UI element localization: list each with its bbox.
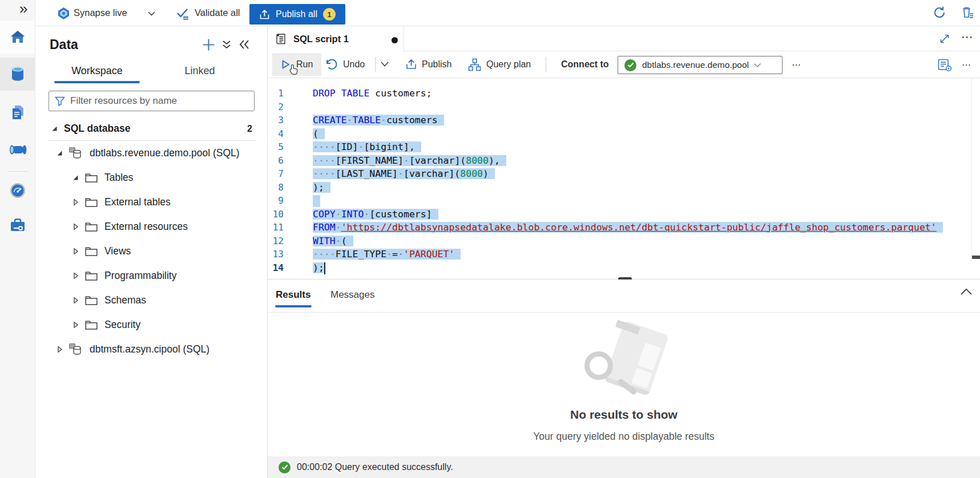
code-text: COPY·INTO·[customers] — [313, 208, 438, 221]
code-line[interactable]: 9 — [268, 194, 971, 208]
sql-editor[interactable]: 1DROP TABLE customers;23CREATE·TABLE·cus… — [268, 78, 980, 279]
folder-icon — [85, 271, 98, 281]
code-line[interactable]: 6····[FIRST_NAME]·[varchar](8000), — [268, 154, 971, 168]
filter-placeholder: Filter resources by name — [70, 95, 177, 107]
query-plan-icon — [468, 58, 481, 71]
code-line[interactable]: 1DROP TABLE customers; — [268, 87, 971, 100]
refresh-icon[interactable] — [933, 6, 946, 19]
doc-tab-title: SQL script 1 — [293, 34, 349, 44]
code-line[interactable]: 7····[LAST_NAME]·[varchar](8000) — [268, 167, 971, 181]
nav-data[interactable] — [0, 58, 35, 91]
manage-icon — [9, 217, 26, 233]
sql-pool-icon — [69, 147, 83, 160]
monitor-icon — [9, 182, 26, 199]
tree-collapsed-arrow-icon[interactable] — [72, 199, 79, 206]
chevron-down-icon[interactable] — [147, 11, 156, 17]
tree-item[interactable]: Tables — [35, 165, 267, 190]
data-explorer-panel: Data Workspace Linked Filter resources b… — [35, 26, 268, 478]
folder-icon — [85, 197, 98, 208]
code-text: ( — [313, 127, 325, 141]
code-line[interactable]: 12WITH·( — [268, 234, 971, 248]
tree-item[interactable]: External tables — [35, 190, 267, 214]
tree-item[interactable]: SQL database2 — [35, 116, 267, 141]
run-options-chevron-icon[interactable] — [380, 61, 389, 67]
collapse-panel-icon[interactable] — [239, 39, 250, 50]
tab-messages[interactable]: Messages — [330, 279, 374, 310]
tree-item[interactable]: Schemas — [35, 288, 267, 313]
validate-all-button[interactable]: Validate all — [195, 0, 240, 26]
folder-icon — [85, 320, 98, 330]
code-line[interactable]: 5····[ID]·[bigint], — [268, 140, 971, 154]
publish-all-button[interactable]: Publish all 1 — [249, 4, 345, 25]
nav-home[interactable] — [0, 21, 35, 54]
toolbar-far-more-actions[interactable]: ⋯ — [962, 51, 971, 78]
tree-collapsed-arrow-icon[interactable] — [72, 223, 79, 230]
publish-icon — [405, 58, 417, 70]
tab-workspace[interactable]: Workspace — [54, 65, 140, 77]
mouse-cursor — [289, 64, 299, 76]
trash-icon[interactable] — [961, 6, 975, 19]
code-line[interactable]: 14); — [268, 261, 971, 275]
code-text: FROM·'https://dbtlabsynapsedatalake.blob… — [313, 221, 943, 234]
tree-item-label: Security — [104, 319, 140, 331]
tree-item-label: dbtlabs.revenue.demo.pool (SQL) — [90, 147, 240, 159]
tree-expanded-arrow-icon[interactable] — [72, 174, 79, 181]
line-number: 4 — [268, 128, 284, 139]
results-settings-icon[interactable] — [938, 59, 952, 72]
run-button[interactable]: Run — [296, 51, 313, 78]
pool-select[interactable]: dbtlabs.revenue.demo.pool — [618, 56, 783, 74]
synapse-logo-icon — [57, 7, 70, 20]
filter-input[interactable]: Filter resources by name — [49, 91, 255, 111]
code-text: ); — [313, 261, 325, 275]
code-line[interactable]: 3CREATE·TABLE·customers — [268, 114, 971, 127]
expand-rail-icon[interactable]: » — [19, 0, 27, 18]
code-line[interactable]: 8); — [268, 181, 971, 195]
line-number: 1 — [268, 88, 284, 99]
query-plan-button[interactable]: Query plan — [486, 51, 531, 78]
tree-item[interactable]: dbtlabs.revenue.demo.pool (SQL) — [35, 141, 267, 165]
code-line[interactable]: 13····FILE_TYPE·=·'PARQUET' — [268, 248, 971, 261]
tree-item-count: 2 — [247, 124, 252, 134]
tree-item[interactable]: dbtmsft.azsyn.cipool (SQL) — [35, 337, 267, 362]
mode-selector[interactable]: Synapse live — [74, 0, 127, 26]
toolbar-more-actions[interactable]: ⋯ — [792, 51, 801, 78]
collapse-all-icon[interactable] — [221, 40, 232, 50]
tree-expanded-arrow-icon[interactable] — [56, 149, 63, 157]
tree-item[interactable]: Security — [35, 313, 267, 337]
undo-button[interactable]: Undo — [343, 51, 365, 78]
line-number: 6 — [268, 155, 284, 166]
code-text: CREATE·TABLE·customers — [313, 114, 444, 127]
code-line[interactable]: 10COPY·INTO·[customers] — [268, 208, 971, 221]
connect-to-label: Connect to — [561, 51, 609, 78]
publish-button[interactable]: Publish — [422, 51, 451, 78]
tree-collapsed-arrow-icon[interactable] — [72, 248, 79, 255]
tab-linked[interactable]: Linked — [157, 65, 243, 77]
nav-develop[interactable] — [0, 96, 35, 129]
nav-monitor[interactable] — [0, 174, 35, 207]
text-cursor — [324, 262, 326, 274]
tree-collapsed-arrow-icon[interactable] — [72, 321, 79, 329]
nav-integrate[interactable] — [0, 133, 35, 167]
code-line[interactable]: 4( — [268, 127, 971, 141]
nav-manage[interactable] — [0, 209, 35, 242]
code-text: ····[LAST_NAME]·[varchar](8000) — [313, 167, 495, 181]
publish-all-label: Publish all — [276, 9, 317, 19]
tree-collapsed-arrow-icon[interactable] — [72, 272, 79, 279]
doc-tab-sql-script[interactable]: SQL script 1 — [268, 26, 404, 51]
tree-collapsed-arrow-icon[interactable] — [72, 297, 79, 304]
tree-expanded-arrow-icon[interactable] — [51, 125, 58, 132]
collapse-results-icon[interactable] — [960, 287, 973, 295]
tree-item[interactable]: Views — [35, 239, 267, 264]
tab-more-actions[interactable]: ⋯ — [961, 30, 974, 44]
scrollbar-thumb[interactable] — [972, 256, 980, 259]
code-line[interactable]: 2 — [268, 100, 971, 114]
tree-collapsed-arrow-icon[interactable] — [56, 346, 63, 353]
line-number: 2 — [268, 102, 284, 112]
add-resource-button[interactable] — [201, 38, 216, 52]
code-line[interactable]: 11FROM·'https://dbtlabsynapsedatalake.bl… — [268, 221, 971, 234]
tree-item[interactable]: Programmability — [35, 264, 267, 288]
pool-select-value: dbtlabs.revenue.demo.pool — [642, 60, 749, 70]
empty-state-title: No results to show — [268, 408, 980, 422]
expand-editor-icon[interactable] — [939, 33, 950, 44]
tree-item[interactable]: External resources — [35, 214, 267, 239]
